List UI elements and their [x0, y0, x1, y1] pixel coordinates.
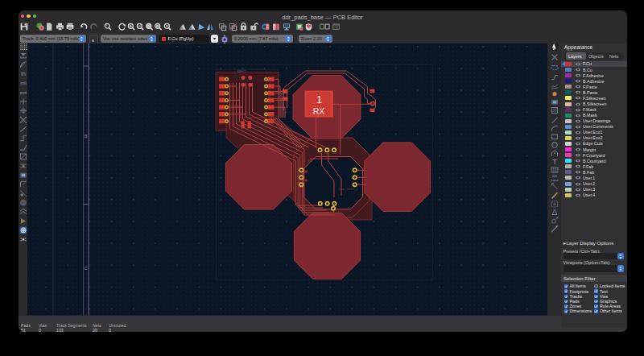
svg-text:T: T: [552, 158, 556, 166]
svg-text:REF**: REF**: [237, 70, 246, 73]
svg-text:mm: mm: [20, 90, 27, 95]
svg-text:C: C: [85, 266, 88, 271]
svg-text:mil: mil: [20, 81, 27, 85]
svg-text:M1: M1: [308, 159, 313, 163]
svg-text:in: in: [21, 71, 26, 77]
svg-text:1: 1: [316, 93, 322, 106]
svg-text:B: B: [85, 134, 88, 139]
svg-text:RX: RX: [313, 106, 325, 116]
svg-text:Cam_DDR3_1: Cam_DDR3_1: [338, 188, 358, 191]
